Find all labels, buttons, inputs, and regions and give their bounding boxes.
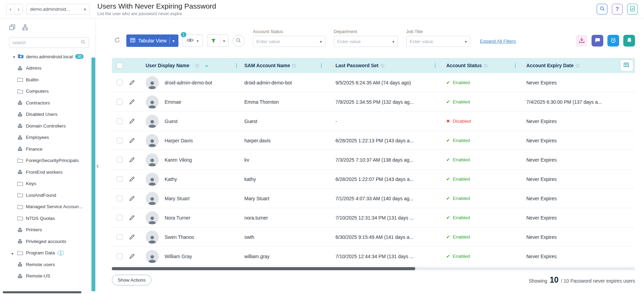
refresh-button[interactable]: [112, 34, 122, 47]
tree-item[interactable]: LostAndFound: [0, 190, 96, 201]
edit-pencil-icon[interactable]: [129, 80, 135, 85]
show-actions-button[interactable]: Show Actions: [112, 275, 152, 285]
column-label: Account Status: [446, 63, 482, 68]
table-search-button[interactable]: [233, 35, 245, 47]
column-menu-icon[interactable]: [513, 63, 518, 68]
domain-selector[interactable]: demo.admindroid...: [26, 4, 90, 14]
row-checkbox[interactable]: [117, 157, 123, 163]
column-visibility-button[interactable]: 1: [183, 34, 203, 47]
tree-item[interactable]: Finance: [0, 143, 96, 155]
tree-item-label: Printers: [26, 227, 42, 232]
select-all-checkbox[interactable]: [117, 63, 123, 69]
column-menu-icon[interactable]: [234, 63, 239, 68]
info-icon[interactable]: [381, 63, 384, 69]
sidebar-horizontal-scrollbar[interactable]: [3, 291, 81, 293]
message-button[interactable]: [592, 35, 603, 47]
row-checkbox[interactable]: [117, 234, 123, 240]
edit-pencil-icon[interactable]: [129, 215, 135, 221]
expand-all-filters-link[interactable]: Expand All Filters: [480, 39, 516, 44]
scrollbar-thumb[interactable]: [112, 267, 415, 270]
tree-root-domain[interactable]: demo.admindroid.local 30: [0, 51, 96, 62]
tree-item[interactable]: Disabled Users: [0, 109, 96, 120]
row-checkbox[interactable]: [117, 195, 123, 201]
alerts-button[interactable]: [623, 35, 635, 47]
edit-pencil-icon[interactable]: [129, 234, 135, 240]
ou-icon: [17, 89, 23, 94]
filter-button[interactable]: [207, 34, 228, 47]
column-header-account-expiry-date[interactable]: Account Expiry Date: [520, 58, 635, 73]
column-menu-icon[interactable]: [433, 63, 438, 68]
user-avatar: [146, 153, 159, 166]
org-tree-button[interactable]: [22, 24, 28, 32]
tree-item[interactable]: Keys: [0, 178, 96, 190]
tree-item[interactable]: Printers: [0, 224, 96, 236]
row-checkbox[interactable]: [117, 118, 123, 124]
domain-selector-value: demo.admindroid...: [30, 7, 70, 12]
global-search-button[interactable]: [597, 4, 607, 14]
job-title-filter-input[interactable]: [410, 39, 465, 44]
layered-view-button[interactable]: [9, 24, 16, 32]
tree-item[interactable]: Computers: [0, 85, 96, 97]
row-checkbox[interactable]: [117, 253, 123, 259]
filter-select[interactable]: [253, 36, 325, 47]
column-header-user-display-name[interactable]: User Display Name: [142, 58, 242, 73]
row-checkbox[interactable]: [117, 215, 123, 221]
column-header-account-status[interactable]: Account Status: [440, 58, 520, 73]
edit-pencil-icon[interactable]: [129, 118, 135, 124]
column-header-last-password-set[interactable]: Last Password Set: [326, 58, 440, 73]
tree-item[interactable]: Remote-US: [0, 270, 96, 282]
tree-item[interactable]: Remote users: [0, 259, 96, 271]
status-text: Enabled: [453, 196, 470, 201]
ou-icon: [17, 181, 23, 186]
edit-pencil-icon[interactable]: [129, 176, 135, 182]
view-selector-button[interactable]: Tabular View: [126, 34, 178, 47]
tree-item[interactable]: Builtin: [0, 74, 96, 86]
filter-select[interactable]: [406, 36, 470, 47]
tree-item[interactable]: Employees: [0, 132, 96, 143]
tree-item[interactable]: Domain Controllers: [0, 120, 96, 132]
edit-pencil-icon[interactable]: [129, 138, 135, 143]
filter-select[interactable]: [334, 36, 398, 47]
filter-dropdown-toggle[interactable]: [220, 35, 228, 47]
sort-asc-icon[interactable]: [205, 63, 208, 68]
tree-item[interactable]: Admins: [0, 62, 96, 74]
row-checkbox[interactable]: [117, 99, 123, 105]
tree-item[interactable]: ForeignSecurityPrincipals: [0, 155, 96, 166]
tree-item[interactable]: Program Data 1: [0, 247, 96, 259]
sidebar-search-input[interactable]: [12, 40, 80, 45]
forward-button[interactable]: [14, 4, 22, 14]
expand-caret-icon[interactable]: [12, 251, 14, 256]
sidebar-collapse-handle[interactable]: [96, 162, 99, 170]
tree-item[interactable]: Contractors: [0, 97, 96, 109]
edit-pencil-icon[interactable]: [129, 195, 135, 201]
audit-report-button[interactable]: [627, 4, 638, 14]
info-icon[interactable]: [484, 63, 488, 69]
user-display-name: Mary Stuart: [165, 196, 189, 201]
column-menu-icon[interactable]: [319, 63, 324, 68]
column-chooser-button[interactable]: [620, 60, 633, 71]
department-filter-input[interactable]: [337, 39, 392, 44]
tree-item[interactable]: NTDS Quotas: [0, 213, 96, 224]
collapse-caret-icon[interactable]: [13, 54, 15, 59]
sidebar-vertical-scrollbar[interactable]: [91, 58, 95, 291]
download-button[interactable]: [576, 35, 587, 47]
ou-icon: [17, 239, 23, 244]
info-icon[interactable]: [576, 63, 579, 69]
row-checkbox[interactable]: [117, 138, 123, 143]
help-button[interactable]: [612, 4, 623, 14]
schedule-button[interactable]: [607, 35, 619, 47]
column-header-sam-account-name[interactable]: SAM Account Name: [242, 58, 326, 73]
info-icon[interactable]: [195, 63, 199, 69]
edit-pencil-icon[interactable]: [129, 253, 135, 259]
sam-account-name: Guest: [242, 119, 326, 124]
tree-item[interactable]: Privileged accounts: [0, 236, 96, 247]
back-button[interactable]: [7, 4, 14, 14]
row-checkbox[interactable]: [117, 80, 123, 85]
account-status-filter-input[interactable]: [256, 39, 320, 44]
edit-pencil-icon[interactable]: [129, 99, 135, 105]
row-checkbox[interactable]: [117, 176, 123, 182]
edit-pencil-icon[interactable]: [129, 157, 135, 163]
tree-item[interactable]: FrontEnd workers: [0, 166, 96, 178]
info-icon[interactable]: [292, 63, 296, 69]
tree-item[interactable]: Managed Service Accoun...: [0, 201, 96, 213]
